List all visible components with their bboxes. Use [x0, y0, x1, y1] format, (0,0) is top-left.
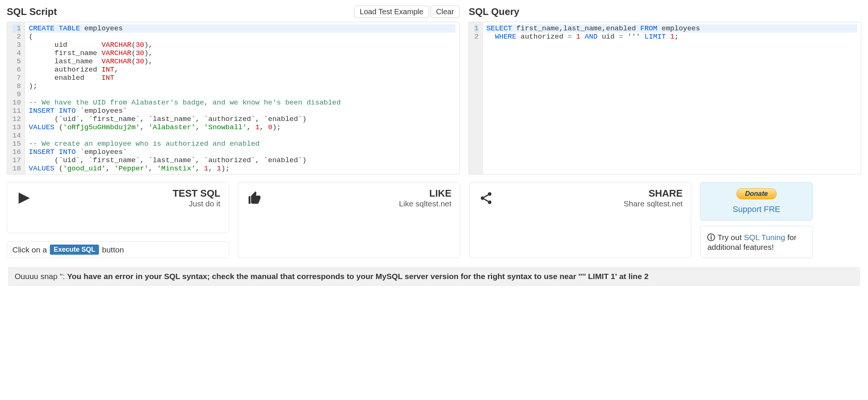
load-test-example-button[interactable]: Load Test Example [354, 6, 429, 18]
sql-query-title: SQL Query [468, 6, 519, 18]
execute-hint: Click on a Execute SQL button [7, 241, 229, 258]
share-icon [478, 191, 494, 205]
sql-script-editor[interactable]: 123456789101112131415161718 CREATE TABLE… [7, 22, 459, 175]
sql-query-editor[interactable]: 12 SELECT first_name,last_name,enabled F… [468, 22, 861, 175]
share-card[interactable]: SHARE Share sqltest.net [469, 182, 691, 258]
sql-script-title: SQL Script [7, 6, 57, 18]
error-prefix: Ouuuu snap '': [15, 272, 67, 281]
error-message: Ouuuu snap '': You have an error in your… [8, 267, 860, 286]
error-bold: You have an error in your SQL syntax; ch… [67, 272, 648, 281]
info-icon [707, 233, 717, 242]
play-icon [15, 191, 32, 206]
svg-point-2 [488, 200, 491, 204]
share-sub: Share sqltest.net [502, 199, 683, 208]
donate-button[interactable]: Donate [736, 188, 777, 199]
like-sub: Like sqltest.net [271, 199, 452, 208]
hint-prefix: Click on a [12, 245, 47, 254]
share-title: SHARE [502, 188, 683, 199]
execute-sql-badge[interactable]: Execute SQL [50, 245, 99, 255]
sql-tuning-box: Try out SQL Tuning for additional featur… [700, 226, 813, 258]
like-title: LIKE [271, 188, 452, 199]
test-sql-card[interactable]: TEST SQL Just do it [7, 182, 229, 233]
thumbs-up-icon [247, 191, 263, 206]
sql-tuning-link[interactable]: SQL Tuning [744, 233, 785, 242]
like-card[interactable]: LIKE Like sqltest.net [238, 182, 460, 258]
test-sql-title: TEST SQL [39, 188, 220, 199]
svg-point-0 [488, 192, 491, 196]
support-free-link[interactable]: Support FRE [707, 204, 805, 214]
clear-button[interactable]: Clear [431, 6, 460, 18]
test-sql-sub: Just do it [39, 199, 220, 208]
hint-suffix: button [102, 245, 124, 254]
svg-point-1 [480, 196, 484, 200]
donate-box: Donate Support FRE [700, 182, 813, 221]
tuning-prefix: Try out [717, 233, 744, 242]
